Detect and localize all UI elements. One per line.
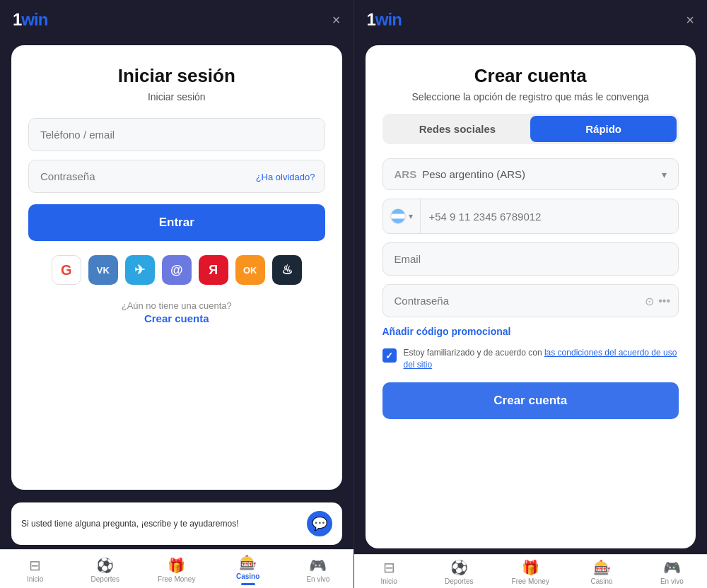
phone-row: ▾ — [382, 199, 679, 234]
right-free-money-icon: 🎁 — [522, 559, 539, 576]
currency-code: ARS — [395, 168, 417, 180]
svg-rect-1 — [391, 213, 405, 218]
forgot-password-link[interactable]: ¿Ha olvidado? — [256, 171, 315, 182]
right-nav-inicio[interactable]: ⊟ Inicio — [371, 559, 407, 585]
right-inicio-label: Inicio — [380, 577, 397, 585]
en-vivo-icon: 🎮 — [309, 557, 327, 574]
promo-code-link[interactable]: Añadir código promocional — [382, 326, 679, 337]
right-panel: 1win × Crear cuenta Seleccione la opción… — [354, 0, 708, 588]
nav-inicio[interactable]: ⊟ Inicio — [18, 557, 53, 583]
mail-icon[interactable]: @ — [162, 255, 192, 285]
tab-row: Redes sociales Rápido — [382, 114, 679, 144]
yandex-icon[interactable]: Я — [199, 255, 228, 285]
login-button[interactable]: Entrar — [28, 204, 325, 241]
right-deportes-label: Deportes — [445, 577, 474, 585]
terms-text: Estoy familiarizado y de acuerdo con las… — [404, 347, 679, 371]
email-input[interactable] — [382, 242, 679, 276]
more-icon[interactable]: ••• — [658, 295, 670, 307]
left-logo: 1win — [13, 10, 47, 30]
currency-name: Peso argentino (ARS) — [422, 168, 525, 180]
no-account-text: ¿Aún no tiene una cuenta? — [122, 300, 232, 311]
inicio-label: Inicio — [27, 575, 43, 583]
email-group — [382, 242, 679, 276]
casino-indicator — [241, 583, 255, 585]
nav-free-money[interactable]: 🎁 Free Money — [158, 557, 195, 583]
tab-quick-button[interactable]: Rápido — [530, 116, 677, 142]
telegram-icon[interactable]: ✈ — [125, 255, 155, 285]
nav-en-vivo[interactable]: 🎮 En vivo — [300, 557, 336, 583]
right-nav-en-vivo[interactable]: 🎮 En vivo — [654, 559, 689, 585]
logo-win: win — [21, 10, 47, 30]
terms-checkbox-row: ✓ Estoy familiarizado y de acuerdo con l… — [382, 347, 679, 371]
google-icon[interactable]: G — [52, 255, 81, 285]
vk-icon[interactable]: VK — [88, 255, 118, 285]
register-subtitle: Seleccione la opción de registro que más… — [382, 91, 679, 102]
eye-icon[interactable]: ⊙ — [645, 294, 654, 307]
right-casino-icon: 🎰 — [593, 559, 611, 576]
right-en-vivo-label: En vivo — [660, 577, 684, 585]
chat-button[interactable]: 💬 — [307, 511, 332, 536]
steam-icon[interactable]: ♨ — [272, 255, 302, 285]
password-icons: ⊙ ••• — [645, 294, 670, 307]
right-nav-deportes[interactable]: ⚽ Deportes — [441, 559, 477, 585]
right-deportes-icon: ⚽ — [450, 559, 468, 576]
login-title: Iniciar sesión — [28, 65, 325, 87]
deportes-icon: ⚽ — [96, 557, 114, 574]
left-panel: 1win × Iniciar sesión Iniciar sesión ¿Ha… — [0, 0, 354, 588]
phone-flag-selector[interactable]: ▾ — [383, 199, 421, 233]
signup-row: ¿Aún no tiene una cuenta? Crear cuenta — [28, 300, 325, 324]
svg-rect-3 — [391, 219, 405, 223]
en-vivo-label: En vivo — [306, 575, 329, 583]
currency-left: ARS Peso argentino (ARS) — [395, 168, 526, 180]
right-header: 1win × — [354, 0, 708, 40]
chat-icon: 💬 — [312, 516, 327, 531]
right-casino-label: Casino — [591, 577, 613, 585]
inicio-icon: ⊟ — [29, 557, 41, 574]
svg-rect-2 — [391, 209, 405, 213]
checkmark-icon: ✓ — [385, 351, 393, 361]
right-nav-free-money[interactable]: 🎁 Free Money — [512, 559, 549, 585]
right-logo: 1win — [367, 10, 402, 30]
casino-label: Casino — [236, 572, 259, 580]
phone-email-input[interactable] — [28, 118, 325, 151]
currency-chevron-icon: ▾ — [662, 169, 667, 180]
register-title: Crear cuenta — [382, 65, 679, 87]
register-password-group: ⊙ ••• — [382, 284, 679, 317]
casino-icon: 🎰 — [239, 554, 257, 571]
right-inicio-icon: ⊟ — [383, 559, 395, 576]
flag-dropdown-icon: ▾ — [409, 211, 413, 221]
login-card: Iniciar sesión Iniciar sesión ¿Ha olvida… — [11, 45, 342, 490]
right-bottom-nav: ⊟ Inicio ⚽ Deportes 🎁 Free Money 🎰 Casin… — [354, 554, 708, 588]
chat-text: Si usted tiene alguna pregunta, ¡escribe… — [21, 519, 300, 529]
right-logo-win: win — [375, 10, 402, 30]
right-close-button[interactable]: × — [686, 13, 694, 27]
free-money-label: Free Money — [158, 575, 195, 583]
left-bottom-nav: ⊟ Inicio ⚽ Deportes 🎁 Free Money 🎰 Casin… — [0, 549, 354, 588]
chat-bubble: Si usted tiene alguna pregunta, ¡escribe… — [11, 502, 342, 545]
right-nav-casino[interactable]: 🎰 Casino — [584, 559, 619, 585]
ok-icon[interactable]: OK — [235, 255, 265, 285]
register-card: Crear cuenta Seleccione la opción de reg… — [366, 45, 696, 548]
phone-group — [28, 118, 325, 151]
create-account-link[interactable]: Crear cuenta — [28, 312, 325, 324]
left-close-button[interactable]: × — [332, 13, 341, 27]
left-header: 1win × — [0, 0, 354, 40]
argentina-flag — [390, 208, 406, 224]
create-account-button[interactable]: Crear cuenta — [382, 382, 679, 419]
right-logo-one: 1 — [367, 10, 375, 30]
register-password-input[interactable] — [382, 284, 679, 317]
password-group: ¿Ha olvidado? — [28, 160, 325, 193]
right-free-money-label: Free Money — [512, 577, 549, 585]
terms-checkbox[interactable]: ✓ — [382, 348, 397, 363]
terms-link[interactable]: las condiciones del acuerdo de uso del s… — [404, 348, 677, 370]
nav-deportes[interactable]: ⚽ Deportes — [88, 557, 123, 583]
phone-number-input[interactable] — [421, 201, 679, 232]
logo-one: 1 — [13, 10, 21, 30]
currency-selector[interactable]: ARS Peso argentino (ARS) ▾ — [382, 158, 679, 190]
tab-social-button[interactable]: Redes sociales — [385, 116, 531, 142]
login-subtitle: Iniciar sesión — [28, 91, 325, 102]
social-icons-row: G VK ✈ @ Я OK ♨ — [28, 255, 325, 285]
nav-casino[interactable]: 🎰 Casino — [230, 554, 266, 585]
free-money-icon: 🎁 — [168, 557, 185, 574]
right-en-vivo-icon: 🎮 — [663, 559, 681, 576]
